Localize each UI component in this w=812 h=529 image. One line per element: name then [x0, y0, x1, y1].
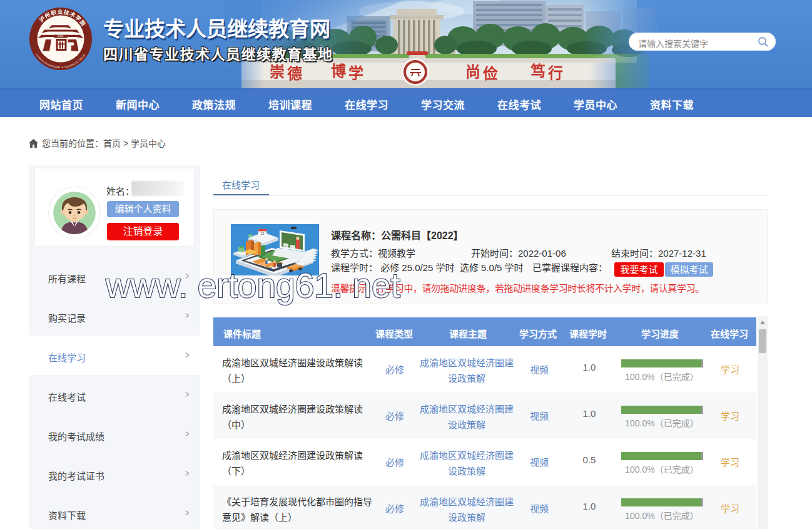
svg-text:博: 博 [331, 63, 346, 80]
svg-text:尚: 尚 [465, 64, 480, 80]
svg-text:崇: 崇 [270, 64, 285, 80]
svg-text:学: 学 [348, 64, 363, 81]
svg-text:笃: 笃 [530, 63, 546, 80]
svg-text:行: 行 [547, 64, 563, 81]
svg-text:俭: 俭 [483, 65, 498, 82]
svg-text:·1961·: ·1961· [57, 34, 64, 38]
svg-text:德: 德 [287, 65, 302, 82]
svg-text:25: 25 [260, 232, 264, 235]
